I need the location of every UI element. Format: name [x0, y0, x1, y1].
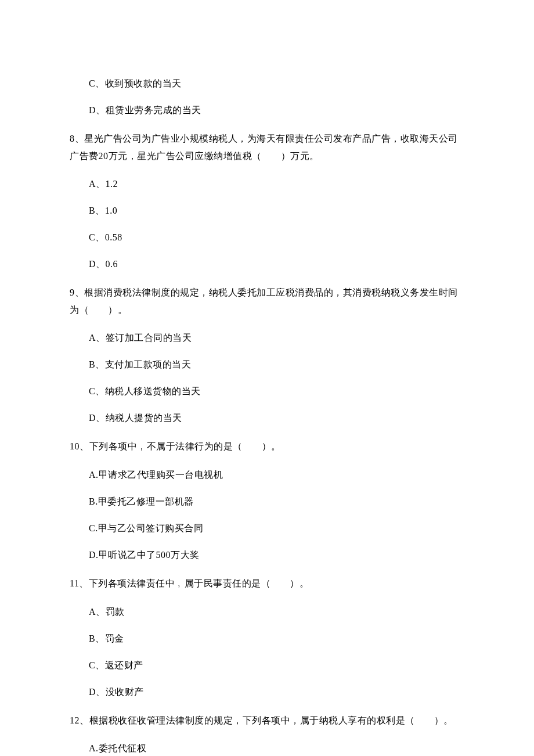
q9-option-a: A、签订加工合同的当天	[70, 331, 464, 345]
q8-option-a: A、1.2	[70, 177, 464, 191]
q11-option-c: C、返还财产	[70, 658, 464, 672]
q7-option-d: D、租赁业劳务完成的当天	[70, 103, 464, 117]
q10-option-a: A.甲请求乙代理购买一台电视机	[70, 468, 464, 482]
q12-stem: 12、根据税收征收管理法律制度的规定，下列各项中，属于纳税人享有的权利是（ ）。	[70, 712, 464, 729]
q10-option-c: C.甲与乙公司签订购买合同	[70, 521, 464, 535]
q9-option-d: D、纳税人提货的当天	[70, 411, 464, 425]
q10-stem: 10、下列各项中，不属于法律行为的是（ ）。	[70, 438, 464, 455]
q11-option-a: A、罚款	[70, 605, 464, 619]
q9-stem: 9、根据消费税法律制度的规定，纳税人委托加工应税消费品的，其消费税纳税义务发生时…	[70, 284, 464, 318]
q10-option-d: D.甲听说乙中了500万大奖	[70, 548, 464, 562]
q11-stem: 11、下列各项法律责任中﹐属于民事责任的是（ ）。	[70, 575, 464, 592]
q7-option-c: C、收到预收款的当天	[70, 77, 464, 91]
q8-stem: 8、星光广告公司为广告业小规模纳税人，为海天有限责任公司发布产品广告，收取海天公…	[70, 130, 464, 164]
document-page: C、收到预收款的当天 D、租赁业劳务完成的当天 8、星光广告公司为广告业小规模纳…	[0, 0, 534, 756]
q11-option-b: B、罚金	[70, 632, 464, 646]
q10-option-b: B.甲委托乙修理一部机器	[70, 495, 464, 509]
q8-option-b: B、1.0	[70, 204, 464, 218]
q8-option-d: D、0.6	[70, 257, 464, 271]
q8-option-c: C、0.58	[70, 231, 464, 244]
q9-option-c: C、纳税人移送货物的当天	[70, 384, 464, 398]
q11-option-d: D、没收财产	[70, 685, 464, 699]
q9-option-b: B、支付加工款项的当天	[70, 358, 464, 372]
q12-option-a: A.委托代征权	[70, 741, 464, 755]
